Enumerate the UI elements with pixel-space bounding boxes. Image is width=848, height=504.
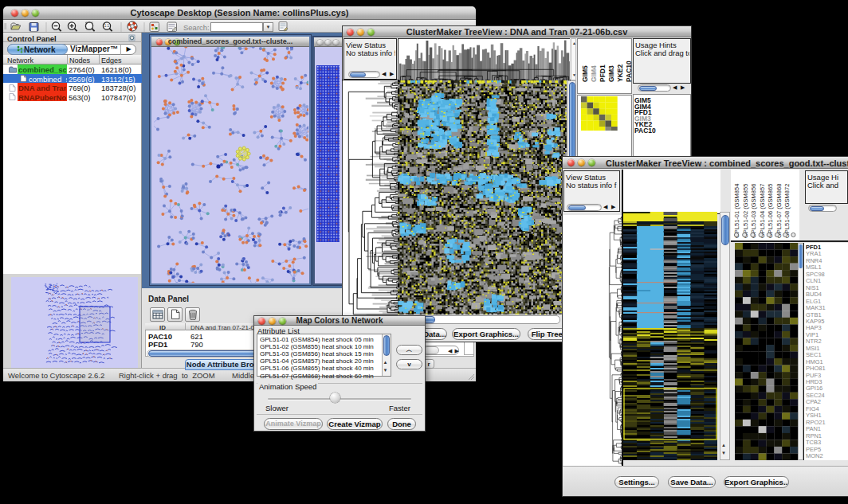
svg-text:1:1: 1:1 (104, 24, 110, 28)
